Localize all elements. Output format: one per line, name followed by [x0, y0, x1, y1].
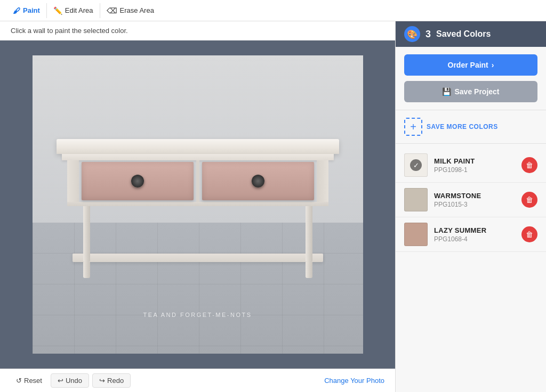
right-panel-title: Saved Colors: [436, 29, 491, 39]
color-item[interactable]: WARMSTONEPPG1015-3🗑: [396, 183, 546, 217]
main-content: Click a wall to paint the selected color…: [0, 21, 546, 392]
save-project-label: Save Project: [454, 87, 499, 96]
save-more-section: + SAVE MORE COLORS: [396, 110, 546, 144]
color-item[interactable]: LAZY SUMMERPPG1068-4🗑: [396, 217, 546, 252]
console-table: [57, 139, 339, 278]
reset-icon: ↺: [16, 377, 22, 385]
color-info: WARMSTONEPPG1015-3: [434, 192, 515, 208]
save-project-button[interactable]: 💾 Save Project: [404, 81, 537, 102]
table-apron: [67, 202, 328, 206]
color-name: WARMSTONE: [434, 192, 515, 200]
toolbar-edit-area-label: Edit Area: [65, 6, 93, 14]
table-top: [57, 139, 339, 154]
color-list: ✓MILK PAINTPPG1098-1🗑WARMSTONEPPG1015-3🗑…: [396, 144, 546, 392]
toolbar-paint[interactable]: 🖌 Paint: [6, 3, 47, 18]
leg-right: [306, 206, 312, 262]
change-photo-label: Change Your Photo: [324, 377, 384, 385]
badge-count: 3: [425, 29, 431, 40]
paint-icon: 🖌: [13, 6, 20, 15]
toolbar: 🖌 Paint ✏️ Edit Area ⌫ Erase Area: [0, 0, 546, 21]
color-item[interactable]: ✓MILK PAINTPPG1098-1🗑: [396, 148, 546, 183]
redo-icon: ↪: [99, 377, 105, 385]
color-swatch-wrapper: [404, 223, 428, 246]
color-info: LAZY SUMMERPPG1068-4: [434, 226, 515, 243]
table-divider: [196, 160, 199, 202]
delete-color-button[interactable]: 🗑: [521, 226, 537, 242]
color-swatch: [404, 188, 428, 211]
toolbar-paint-label: Paint: [23, 6, 40, 14]
redo-button[interactable]: ↪ Redo: [92, 373, 131, 388]
toolbar-edit-area[interactable]: ✏️ Edit Area: [47, 3, 100, 18]
redo-label: Redo: [107, 377, 124, 385]
color-name: MILK PAINT: [434, 157, 515, 165]
drawer-handle-left: [131, 175, 144, 187]
color-swatch-wrapper: ✓: [404, 153, 428, 177]
toolbar-erase-area[interactable]: ⌫ Erase Area: [100, 3, 160, 18]
image-area[interactable]: TEA AND FORGET-ME-NOTS: [0, 40, 395, 369]
color-name: LAZY SUMMER: [434, 226, 515, 234]
save-more-button[interactable]: + SAVE MORE COLORS: [404, 118, 498, 136]
instruction-text: Click a wall to paint the selected color…: [11, 27, 128, 35]
reset-label: Reset: [24, 377, 42, 385]
color-code: PPG1068-4: [434, 235, 515, 243]
order-paint-button[interactable]: Order Paint ›: [404, 54, 537, 76]
toolbar-erase-area-label: Erase Area: [120, 6, 154, 14]
color-info: MILK PAINTPPG1098-1: [434, 157, 515, 174]
erase-icon: ⌫: [107, 6, 117, 15]
table-legs-lower: [67, 262, 328, 278]
checkmark-overlay: ✓: [410, 159, 422, 171]
watermark: TEA AND FORGET-ME-NOTS: [143, 312, 252, 318]
bottom-bar: ↺ Reset ↩ Undo ↪ Redo Change Your Photo: [0, 369, 395, 392]
leg-left: [83, 206, 90, 262]
save-more-label: SAVE MORE COLORS: [427, 123, 498, 130]
palette-icon-wrapper: 🎨: [404, 26, 420, 42]
bottom-shelf: [73, 254, 323, 262]
instruction-bar: Click a wall to paint the selected color…: [0, 21, 395, 40]
leg-left-lower: [83, 262, 90, 278]
save-icon: 💾: [442, 87, 451, 96]
chevron-right-icon: ›: [492, 61, 494, 69]
leg-right-lower: [306, 262, 312, 278]
plus-icon-box: +: [404, 118, 422, 136]
reset-button[interactable]: ↺ Reset: [11, 374, 47, 387]
right-side-panel: [317, 160, 328, 202]
drawer-left: [82, 162, 194, 200]
left-panel: Click a wall to paint the selected color…: [0, 21, 395, 392]
undo-label: Undo: [66, 377, 82, 385]
right-actions: Order Paint › 💾 Save Project: [396, 47, 546, 110]
change-photo-button[interactable]: Change Your Photo: [324, 377, 384, 385]
table-sub-top: [62, 154, 334, 160]
undo-icon: ↩: [58, 377, 63, 385]
color-code: PPG1098-1: [434, 166, 515, 174]
color-swatch: [404, 223, 428, 246]
order-paint-label: Order Paint: [448, 61, 488, 69]
right-panel-header: 🎨 3 Saved Colors: [396, 21, 546, 47]
delete-color-button[interactable]: 🗑: [521, 157, 537, 173]
bottom-left-controls: ↺ Reset ↩ Undo ↪ Redo: [11, 373, 131, 388]
edit-icon: ✏️: [53, 6, 62, 15]
color-code: PPG1015-3: [434, 201, 515, 208]
drawer-handle-right: [252, 175, 264, 187]
undo-button[interactable]: ↩ Undo: [51, 373, 89, 388]
color-swatch-wrapper: [404, 188, 428, 211]
drawer-row: [67, 160, 328, 202]
palette-icon: 🎨: [407, 29, 417, 39]
delete-color-button[interactable]: 🗑: [521, 192, 537, 208]
drawer-right: [202, 162, 314, 200]
right-panel: 🎨 3 Saved Colors Order Paint › 💾 Save Pr…: [395, 21, 546, 392]
left-side-panel: [67, 160, 79, 202]
